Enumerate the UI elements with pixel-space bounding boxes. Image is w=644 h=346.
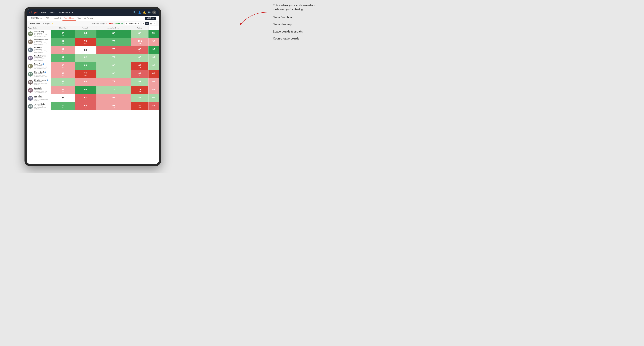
stat-change-1-0: 1▲ [62,43,64,44]
table-row[interactable]: ECEdward Crossman1-5 HandicapSunningdale… [26,38,159,46]
stat-value-9-1: 60 [84,104,87,107]
player-name-2: Elliot Ebert [34,47,50,49]
player-hcap-1: 1-5 Handicap [34,41,50,42]
stat-change-0-1: 6▲ [84,35,86,36]
stat-change-0-0: 9▲ [62,35,64,36]
nav-link-my-performance[interactable]: My Performance [58,11,74,14]
view-download-button[interactable]: ↓ [153,22,156,25]
stat-change-9-1: 1▼ [84,107,86,108]
stat-cell-7-1: 958▲ [75,86,96,94]
stat-cell-1-2: 799▲ [96,38,131,46]
tab-tour[interactable]: Tour [76,16,82,21]
player-hcap-8: 6-10 Handicap [34,97,50,99]
scale-seg-1 [109,23,111,24]
stat-change-5-0: 3▼ [62,75,64,76]
stat-cell-5-0: 833▼ [51,70,75,78]
settings-icon[interactable]: ⚙️ [148,11,150,14]
table-row[interactable]: DBDave Billingham1-5 HandicapGog Magog G… [26,54,159,62]
player-cell-4: DFDavid Ford✓Plus HandicapRoyal North De… [26,62,51,70]
stat-cell-0-1: 846▲ [75,30,96,38]
change-from: -5 [106,23,107,24]
stat-value-0-0: 93 [62,32,64,34]
stat-value-7-1: 95 [84,88,87,91]
col-putting-arrow[interactable]: ▾ [142,27,142,29]
stat-cell-6-0: 823▲ [51,78,75,86]
table-row[interactable]: MMMatt Miller6-10 HandicapWoburn Golf Cl… [26,94,159,102]
stat-cell-2-0: 873▼ [51,46,75,54]
stat-change-3-4: 1▲ [153,59,155,60]
stat-value-2-4: 97 [152,48,155,50]
table-row[interactable]: EEElliot Ebert1-5 HandicapSunningdale Go… [26,46,159,54]
person-icon[interactable]: 👤 [138,11,141,14]
player-club-6: Craigmillar Park, United Kingdom [34,82,50,85]
stat-change-5-1: 14▼ [84,75,87,76]
stat-value-3-2: 74 [112,56,115,58]
table-row[interactable]: BMBlair McHargPlus HandicapRoyal North D… [26,30,159,38]
player-club-5: St. George's Hill GC - Weybridge, Surrey… [34,74,50,77]
search-icon[interactable]: 🔍 [133,11,136,14]
nav-link-teams[interactable]: Teams [49,11,56,14]
nav-link-home[interactable]: Home [40,11,47,14]
col-approach-label: Approach [82,27,88,29]
player-hcap-5: 6-10 Handicap [34,73,50,74]
stat-change-6-4: 3▼ [153,83,155,84]
stat-change-0-3: 1▼ [139,35,141,36]
stat-value-8-0: 75 [62,97,64,99]
stat-cell-1-1: 7311▼ [75,38,96,46]
table-row[interactable]: DFDavid Ford✓Plus HandicapRoyal North De… [26,62,159,70]
stat-change-1-2: 9▲ [113,43,114,44]
col-header-around-green: Around the Green ▾ [96,26,131,30]
table-row[interactable]: ANAaron Nicholls11-15 HandicapDrift Golf… [26,102,159,110]
stat-cell-5-4: 868▼ [148,70,159,78]
stat-change-0-2: 8▲ [113,35,114,36]
view-heatmap-button[interactable]: ▦ [149,22,153,25]
view-list-button[interactable]: ≡ [142,22,145,25]
stat-value-8-4: 94 [152,96,155,99]
annotation-intro: This is where you can choose which dashb… [273,3,318,11]
col-header-off-tee: Off the Tee ▾ [51,26,75,30]
last-rounds-button[interactable]: ⊞ Last Rounds: 20 [124,22,140,25]
stat-value-4-0: 85 [62,64,64,67]
col-player-arrow[interactable]: ▾ [38,27,38,29]
stat-cell-6-2: 773▼ [96,78,131,86]
col-off-tee-label: Off the Tee [59,27,66,29]
col-off-tee-arrow[interactable]: ▾ [66,27,67,29]
stat-change-7-3: 11▼ [138,91,141,92]
player-avatar-0: BM [28,31,33,36]
tab-pgat-players[interactable]: PGAT Players [30,16,44,21]
player-name-7: Josh Coles [34,87,50,89]
stat-cell-1-4: 923▼ [148,38,159,46]
tab-pga[interactable]: PGA [44,16,51,21]
view-grid-button[interactable]: ⊞ [145,22,149,25]
stat-value-5-4: 86 [152,72,155,75]
tab-team-clippd[interactable]: Team Clippd [62,16,76,21]
stat-cell-0-4: 959▲ [148,30,159,38]
stat-change-3-1: 4▲ [84,59,86,60]
tab-hcaps[interactable]: Hcaps 1-5 [51,16,63,21]
player-name-9: Aaron Nicholls [34,103,50,105]
col-around-green-arrow[interactable]: ▾ [120,27,120,29]
annotation-arrow [236,10,271,28]
edit-icon[interactable]: ✏️ [51,23,53,24]
player-hcap-3: 1-5 Handicap [34,57,50,58]
stat-value-0-4: 95 [152,32,155,34]
col-header-player: Player Quality ▾ [26,26,51,30]
stat-value-1-0: 87 [62,40,64,42]
stat-change-4-2: 3▲ [113,67,114,68]
table-row[interactable]: CQCharlie Quick✓6-10 HandicapSt. George'… [26,70,159,78]
stat-cell-9-4: 854▼ [148,102,159,110]
stat-value-5-2: 80 [112,72,115,75]
player-cell-5: CQCharlie Quick✓6-10 HandicapSt. George'… [26,70,51,78]
sub-nav: PGAT Players PGA Hcaps 1-5 Team Clippd T… [26,16,159,21]
annotation-menu-item: Leaderboards & streaks [273,30,318,33]
table-row[interactable]: CRChris Robertson✓1-5 HandicapCraigmilla… [26,78,159,86]
stat-cell-4-0: 853▼ [51,62,75,70]
bell-icon[interactable]: 🔔 [143,11,146,14]
tab-all-players[interactable]: All Players [82,16,94,21]
table-row[interactable]: JCJosh Coles1-5 HandicapRoyal North Devo… [26,86,159,94]
col-approach-arrow[interactable]: ▾ [88,27,89,29]
add-team-button[interactable]: Add Team [145,16,156,20]
player-club-1: Sunningdale Golf Club, United Kingdom [34,42,50,45]
avatar[interactable]: U [152,10,156,14]
stat-change-4-0: 3▼ [62,67,64,68]
